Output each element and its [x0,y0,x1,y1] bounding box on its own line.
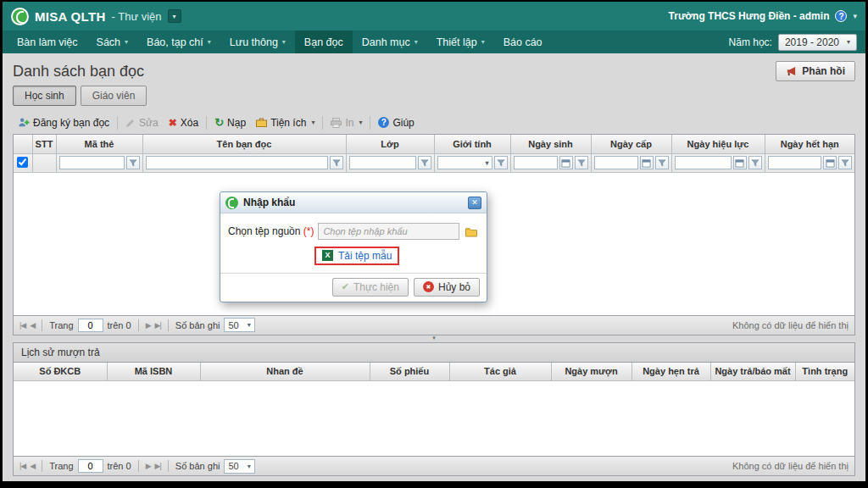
delete-button[interactable]: ✖ Xóa [164,114,203,131]
page-number-input[interactable] [78,459,103,473]
filter-ngay-hieu-luc-input[interactable] [675,156,732,169]
column-header-tinh-trang[interactable]: Tình trạng [795,363,854,381]
column-header-so-phieu[interactable]: Số phiếu [370,363,449,381]
nav-item-thiet-lap[interactable]: Thiết lập▾ [427,30,494,53]
misa-logo-icon [225,197,238,209]
edit-button[interactable]: Sửa [120,114,164,131]
annotation-highlight: X Tải tệp mẫu [314,247,399,265]
column-header-ngay-hen-tra[interactable]: Ngày hẹn trả [632,363,710,381]
column-header-ngay-sinh[interactable]: Ngày sinh [510,135,591,153]
column-header-so-dkcb[interactable]: Số ĐKCB [14,363,107,381]
nav-item-ban-lam-viec[interactable]: Bàn làm việc [8,30,87,53]
download-template-link[interactable]: Tải tệp mẫu [338,250,392,262]
column-header-lop[interactable]: Lớp [346,135,434,153]
add-reader-icon [18,117,30,128]
dialog-body: Chọn tệp nguồn (*) X Tải tệp mẫu [220,214,487,273]
filter-ten-ban-doc-input[interactable] [146,156,328,169]
dialog-footer: ✔ Thực hiện ✖ Hủy bỏ [220,273,487,302]
reload-button[interactable]: ↻ Nạp [209,114,251,131]
first-page-button[interactable]: |◀ [19,462,25,470]
prev-page-button[interactable]: ◀ [30,321,35,330]
filter-icon[interactable] [330,156,343,169]
history-grid: Số ĐKCB Mã ISBN Nhan đề Số phiếu Tác giả… [13,362,855,477]
module-dropdown-button[interactable]: ▾ [168,9,181,23]
page-size-select[interactable]: 50▾ [224,318,254,332]
page-size-select[interactable]: 50▾ [224,459,254,474]
dialog-title: Nhập khẩu [243,197,295,208]
column-header-ma-the[interactable]: Mã thẻ [56,135,142,153]
nav-item-danh-muc[interactable]: Danh mục▾ [353,30,427,53]
column-header-ngay-tra-bao-mat[interactable]: Ngày trả/báo mất [710,363,795,381]
toolbar-separator [322,116,323,130]
filter-icon[interactable] [575,156,588,169]
help-button[interactable]: ? Giúp [373,114,419,131]
app-name: MISA QLTH [35,9,106,24]
calendar-icon[interactable] [640,156,654,169]
filter-icon[interactable] [494,156,508,169]
column-header-tac-gia[interactable]: Tác giả [449,363,551,381]
execute-button[interactable]: ✔ Thực hiện [332,278,409,297]
calendar-icon[interactable] [559,156,573,169]
nav-item-sach[interactable]: Sách▾ [87,30,138,53]
last-page-button[interactable]: ▶| [155,462,161,470]
tab-giao-vien[interactable]: Giáo viên [81,86,147,106]
nav-item-luu-thong[interactable]: Lưu thông▾ [220,30,295,53]
filter-gioi-tinh-select[interactable]: ▾ [437,156,492,169]
calendar-icon[interactable] [733,156,747,169]
filter-icon[interactable] [655,156,669,169]
filter-ngay-sinh-input[interactable] [514,156,558,169]
chevron-down-icon: ▾ [485,159,488,167]
brand: MISA QLTH - Thư viện ▾ [11,8,181,25]
next-page-button[interactable]: ▶ [146,462,151,470]
user-menu[interactable]: Trường THCS Hưng Điền - admin ? ▾ [669,10,857,22]
select-all-checkbox[interactable] [17,157,28,168]
column-header-gioi-tinh[interactable]: Giới tính [434,135,510,153]
help-icon[interactable]: ? [835,10,847,22]
close-icon[interactable]: ✕ [468,197,481,209]
misa-logo-icon [11,8,29,25]
nav-item-ban-doc[interactable]: Bạn đọc [295,30,353,53]
school-year-select[interactable]: 2019 - 2020 ▾ [778,34,857,51]
filter-row: ▾ [14,153,854,172]
select-all-cell [14,153,32,172]
dialog-titlebar[interactable]: Nhập khẩu ✕ [220,192,487,214]
column-header-ma-isbn[interactable]: Mã ISBN [107,363,200,381]
column-header-ngay-het-han[interactable]: Ngày hết hạn [765,135,854,153]
filter-lop-input[interactable] [349,156,416,169]
page-of-label: trên 0 [108,461,131,471]
page-number-input[interactable] [78,319,103,332]
feedback-button[interactable]: Phản hồi [776,61,855,81]
column-header-stt[interactable]: STT [32,135,56,153]
register-reader-button[interactable]: Đăng ký bạn đọc [13,114,114,131]
filter-icon[interactable] [126,156,140,169]
filter-ngay-het-han-input[interactable] [768,156,822,169]
school-year-area: Năm học: 2019 - 2020 ▾ [729,30,860,53]
cancel-button[interactable]: ✖ Hủy bỏ [414,278,480,297]
filter-ma-the-input[interactable] [59,156,125,169]
column-header-nhan-de[interactable]: Nhan đề [200,363,370,381]
prev-page-button[interactable]: ◀ [30,462,35,470]
filter-ngay-cap-input[interactable] [594,156,638,169]
column-header-ngay-cap[interactable]: Ngày cấp [591,135,671,153]
utilities-button[interactable]: Tiện ích ▾ [251,114,320,131]
filter-icon[interactable] [838,156,852,169]
nav-item-bao-tap-chi[interactable]: Báo, tạp chí▾ [137,30,220,53]
column-header-ngay-hieu-luc[interactable]: Ngày hiệu lực [671,135,765,153]
column-header-ten-ban-doc[interactable]: Tên bạn đọc [142,135,346,153]
print-button[interactable]: In ▾ [326,114,367,131]
tab-hoc-sinh[interactable]: Học sinh [13,86,76,106]
megaphone-icon [786,66,797,76]
filter-icon[interactable] [748,156,762,169]
chevron-down-icon: ▾ [282,38,286,46]
last-page-button[interactable]: ▶| [155,321,161,330]
filter-icon[interactable] [418,156,431,169]
column-header-ngay-muon[interactable]: Ngày mượn [551,363,632,381]
next-page-button[interactable]: ▶ [146,321,151,330]
first-page-button[interactable]: |◀ [19,321,25,330]
chevron-down-icon: ▾ [125,38,128,46]
calendar-icon[interactable] [823,156,837,169]
import-file-input[interactable] [318,223,459,240]
folder-icon[interactable] [464,225,479,238]
nav-item-bao-cao[interactable]: Báo cáo [494,30,552,53]
splitter-handle[interactable]: ▾ [432,335,436,341]
